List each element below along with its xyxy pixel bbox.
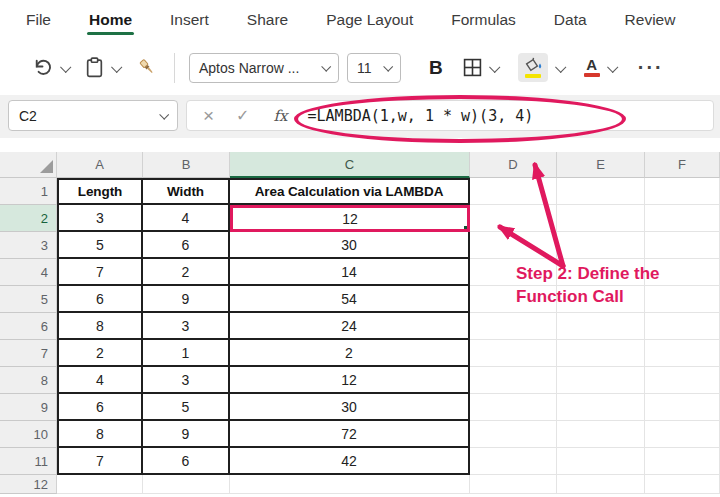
cell-C2[interactable]: 12 [230,205,470,232]
column-header-b[interactable]: B [143,152,230,178]
cell-F3[interactable] [645,232,720,259]
cell-A12[interactable] [57,475,143,494]
cell-D8[interactable] [470,367,557,394]
font-name-select[interactable]: Aptos Narrow ... [189,53,339,83]
cell-F5[interactable] [645,286,720,313]
formula-text[interactable]: =LAMBDA(1,w, 1 * w)(3, 4) [308,107,534,125]
tab-file[interactable]: File [24,2,53,38]
cell-F8[interactable] [645,367,720,394]
cell-F1[interactable] [645,178,720,205]
enter-icon[interactable]: ✓ [236,106,249,125]
cell-B7[interactable]: 1 [143,340,230,367]
cell-C10[interactable]: 72 [230,421,470,448]
cell-A8[interactable]: 4 [57,367,143,394]
cell-C12[interactable] [230,475,470,494]
cell-E4[interactable] [557,259,645,286]
cell-B1[interactable]: Width [143,178,230,205]
cell-E11[interactable] [557,448,645,475]
bold-button[interactable]: B [429,57,443,79]
cell-E2[interactable] [557,205,645,232]
cell-C9[interactable]: 30 [230,394,470,421]
formula-input[interactable]: × ✓ fx =LAMBDA(1,w, 1 * w)(3, 4) [186,100,714,131]
cell-B9[interactable]: 5 [143,394,230,421]
column-header-c[interactable]: C [230,152,470,178]
cell-E9[interactable] [557,394,645,421]
cell-D3[interactable] [470,232,557,259]
cell-C5[interactable]: 54 [230,286,470,313]
cell-E8[interactable] [557,367,645,394]
row-header-3[interactable]: 3 [0,232,57,259]
cell-F4[interactable] [645,259,720,286]
cell-E6[interactable] [557,313,645,340]
cell-B2[interactable]: 4 [143,205,230,232]
row-header-12[interactable]: 12 [0,475,57,494]
row-header-8[interactable]: 8 [0,367,57,394]
cell-C4[interactable]: 14 [230,259,470,286]
cell-C8[interactable]: 12 [230,367,470,394]
fill-color-button[interactable] [518,53,564,82]
cell-A10[interactable]: 8 [57,421,143,448]
chevron-down-icon[interactable] [607,61,618,72]
cell-C11[interactable]: 42 [230,448,470,475]
column-header-a[interactable]: A [57,152,143,178]
column-header-e[interactable]: E [557,152,645,178]
tab-home[interactable]: Home [87,2,134,38]
cell-D11[interactable] [470,448,557,475]
cell-F2[interactable] [645,205,720,232]
cell-D1[interactable] [470,178,557,205]
cell-F9[interactable] [645,394,720,421]
tab-formulas[interactable]: Formulas [449,2,518,38]
cell-A2[interactable]: 3 [57,205,143,232]
chevron-down-icon[interactable] [111,61,122,72]
tab-page-layout[interactable]: Page Layout [324,2,415,38]
cell-D4[interactable] [470,259,557,286]
row-header-1[interactable]: 1 [0,178,57,205]
more-options-button[interactable]: ··· [638,56,664,79]
row-header-2[interactable]: 2 [0,205,57,232]
cell-E5[interactable] [557,286,645,313]
column-header-f[interactable]: F [645,152,720,178]
cancel-icon[interactable]: × [203,105,214,127]
row-header-5[interactable]: 5 [0,286,57,313]
tab-data[interactable]: Data [552,2,589,38]
cell-A5[interactable]: 6 [57,286,143,313]
cell-A3[interactable]: 5 [57,232,143,259]
cell-D9[interactable] [470,394,557,421]
cell-D10[interactable] [470,421,557,448]
cell-B11[interactable]: 6 [143,448,230,475]
font-color-button[interactable]: A [584,59,616,77]
cell-E3[interactable] [557,232,645,259]
cell-B3[interactable]: 6 [143,232,230,259]
cell-A7[interactable]: 2 [57,340,143,367]
row-header-10[interactable]: 10 [0,421,57,448]
cell-C6[interactable]: 24 [230,313,470,340]
cell-E7[interactable] [557,340,645,367]
cell-C1[interactable]: Area Calculation via LAMBDA [230,178,470,205]
cell-A11[interactable]: 7 [57,448,143,475]
row-header-6[interactable]: 6 [0,313,57,340]
cell-C7[interactable]: 2 [230,340,470,367]
cell-B8[interactable]: 3 [143,367,230,394]
cell-D7[interactable] [470,340,557,367]
cell-B6[interactable]: 3 [143,313,230,340]
tab-review[interactable]: Review [623,2,678,38]
cell-B10[interactable]: 9 [143,421,230,448]
cell-F11[interactable] [645,448,720,475]
cell-B5[interactable]: 9 [143,286,230,313]
select-all-button[interactable] [0,152,57,178]
cell-D2[interactable] [470,205,557,232]
paste-button[interactable] [85,57,120,78]
undo-button[interactable] [32,57,69,78]
cell-A1[interactable]: Length [57,178,143,205]
fx-icon[interactable]: fx [274,107,288,125]
row-header-11[interactable]: 11 [0,448,57,475]
row-header-7[interactable]: 7 [0,340,57,367]
chevron-down-icon[interactable] [555,61,566,72]
cell-E1[interactable] [557,178,645,205]
chevron-down-icon[interactable] [60,61,71,72]
column-header-d[interactable]: D [470,152,557,178]
cell-D6[interactable] [470,313,557,340]
cell-E12[interactable] [557,475,645,494]
cell-A6[interactable]: 8 [57,313,143,340]
cell-A4[interactable]: 7 [57,259,143,286]
